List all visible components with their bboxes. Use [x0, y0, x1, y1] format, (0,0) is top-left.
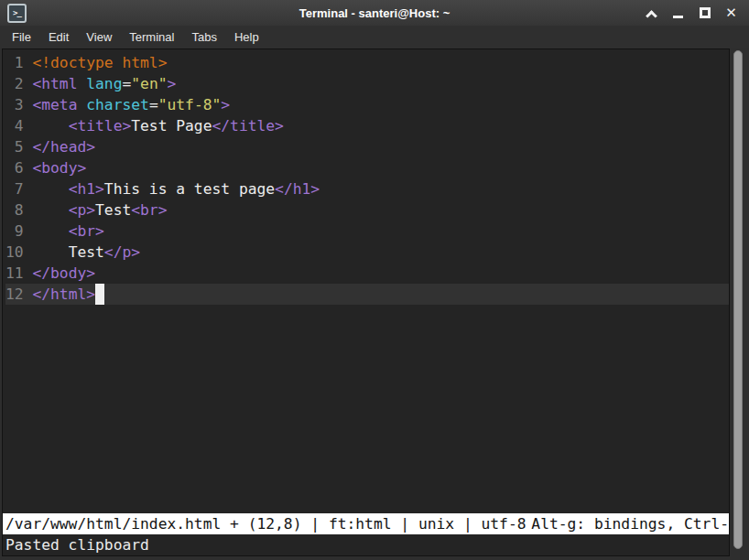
text-cursor — [95, 284, 104, 305]
line-number: 1 — [5, 54, 32, 71]
line-number: 5 — [5, 138, 32, 156]
code-line-10[interactable]: 10 Test</p> — [5, 242, 729, 263]
line-number: 2 — [5, 75, 32, 92]
close-icon: ✕ — [725, 6, 737, 20]
scrollbar-track — [731, 48, 749, 560]
terminal-prompt-icon: >_ — [13, 9, 21, 17]
line-number: 11 — [5, 264, 32, 282]
code-line-12[interactable]: 12 </html> — [5, 284, 729, 305]
minimize-button[interactable] — [671, 5, 685, 20]
menu-item-tabs[interactable]: Tabs — [191, 30, 216, 44]
titlebar[interactable]: >_ Terminal - santeri@Host: ~ ✕ — [0, 0, 749, 26]
terminal-screen[interactable]: 1 <!doctype html> 2 <html lang="en"> 3 <… — [2, 48, 730, 556]
code-line-6[interactable]: 6 <body> — [5, 157, 729, 178]
line-number: 4 — [5, 117, 32, 135]
close-button[interactable]: ✕ — [724, 5, 738, 20]
line-number: 8 — [5, 201, 32, 219]
minimize-icon — [673, 16, 683, 18]
window-title: Terminal - santeri@Host: ~ — [0, 6, 749, 20]
line-number: 9 — [5, 222, 32, 240]
code-line-5[interactable]: 5 </head> — [5, 136, 729, 157]
chevron-up-icon — [646, 10, 657, 22]
line-number: 6 — [5, 159, 32, 177]
code-line-3[interactable]: 3 <meta charset="utf-8"> — [5, 94, 729, 115]
line-number: 7 — [5, 180, 32, 198]
line-number: 10 — [5, 243, 32, 261]
editor-message-line: Pasted clipboard — [3, 534, 729, 555]
code-line-1[interactable]: 1 <!doctype html> — [5, 52, 729, 73]
code-line-4[interactable]: 4 <title>Test Page</title> — [5, 115, 729, 136]
editor-statusbar: /var/www/html/index.html + (12,8) | ft:h… — [3, 513, 729, 534]
terminal-content-area: 1 <!doctype html> 2 <html lang="en"> 3 <… — [0, 48, 749, 560]
line-number: 3 — [5, 96, 32, 113]
menu-item-help[interactable]: Help — [234, 30, 259, 44]
code-area: 1 <!doctype html> 2 <html lang="en"> 3 <… — [5, 52, 729, 305]
maximize-button[interactable] — [698, 5, 711, 20]
code-line-2[interactable]: 2 <html lang="en"> — [5, 73, 729, 94]
menu-item-terminal[interactable]: Terminal — [129, 30, 174, 44]
menu-item-view[interactable]: View — [86, 30, 112, 44]
window-controls: ✕ — [645, 5, 738, 20]
scrollbar-thumb[interactable] — [733, 50, 743, 549]
code-line-9[interactable]: 9 <br> — [5, 221, 729, 242]
shade-button[interactable] — [645, 5, 658, 20]
menu-item-edit[interactable]: Edit — [49, 30, 69, 44]
menubar: File Edit View Terminal Tabs Help — [0, 26, 749, 48]
code-line-11[interactable]: 11 </body> — [5, 263, 729, 284]
statusbar-file-info: /var/www/html/index.html + (12,8) | ft:h… — [5, 513, 526, 534]
maximize-icon — [700, 7, 711, 18]
menu-item-file[interactable]: File — [12, 30, 31, 44]
statusbar-help-hint: Alt-g: bindings, Ctrl- — [531, 513, 729, 534]
line-number: 12 — [5, 285, 32, 303]
terminal-window: >_ Terminal - santeri@Host: ~ ✕ File Edi… — [0, 0, 749, 560]
code-line-7[interactable]: 7 <h1>This is a test page</h1> — [5, 178, 729, 199]
terminal-app-icon[interactable]: >_ — [7, 4, 27, 23]
code-line-8[interactable]: 8 <p>Test<br> — [5, 199, 729, 221]
